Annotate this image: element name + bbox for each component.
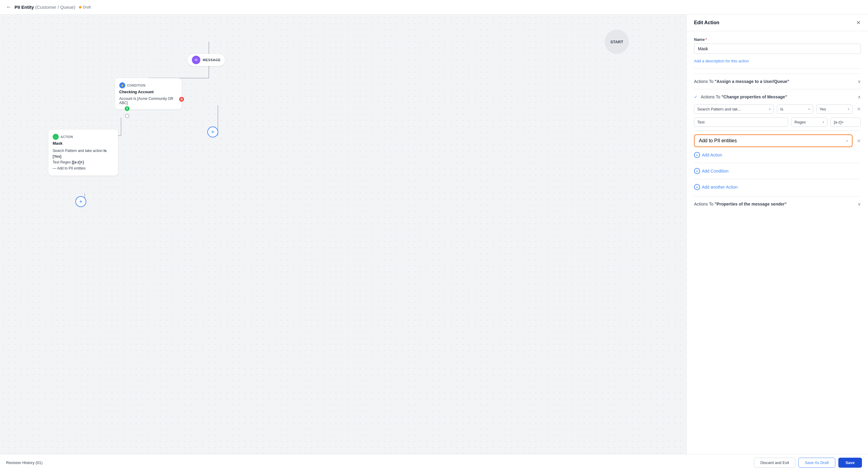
- field-search-pattern[interactable]: Search Pattern and tak... ▾: [694, 104, 774, 114]
- svg-point-9: [125, 114, 129, 118]
- condition-icon: ⚡: [119, 82, 125, 88]
- section-change-header[interactable]: ✓ Actions To "Change properties of Messa…: [694, 89, 861, 104]
- save-button[interactable]: Save: [838, 458, 862, 468]
- name-label: Name*: [694, 37, 861, 42]
- pii-row-close-button[interactable]: ✕: [857, 138, 861, 144]
- regex-value-input[interactable]: [831, 118, 861, 127]
- field-regex[interactable]: Regex ▾: [791, 118, 828, 127]
- panel-title: Edit Action: [694, 20, 719, 25]
- panel-header: Edit Action ✕: [687, 14, 868, 31]
- condition-node[interactable]: ⚡ CONDITION Checking Account Account Is …: [115, 78, 182, 109]
- pii-entities-dropdown[interactable]: Add to PII entities ▾: [694, 134, 852, 147]
- field-is[interactable]: Is ▾: [777, 104, 813, 114]
- chevron-down-icon: ▾: [769, 107, 771, 111]
- no-badge: N: [179, 96, 185, 102]
- action-body: Search Pattern and take action Is [Yes] …: [53, 148, 114, 171]
- chevron-down-icon: ▾: [848, 107, 849, 111]
- section-change-properties: ✓ Actions To "Change properties of Messa…: [694, 89, 861, 196]
- discard-exit-button[interactable]: Discard and Exit: [754, 458, 795, 468]
- field-text[interactable]: Text: [694, 118, 788, 127]
- save-draft-button[interactable]: Save As Draft: [798, 458, 835, 468]
- add-action-below[interactable]: +: [75, 196, 86, 207]
- app-header: ← PII Entity (Customer / Queue) Draft: [0, 0, 868, 14]
- action-title: Mask: [53, 141, 114, 146]
- plus-icon: +: [694, 184, 700, 190]
- add-description-link[interactable]: Add a description for this action: [694, 59, 749, 63]
- condition-title: Checking Account: [119, 90, 177, 94]
- add-action-button[interactable]: + Add Action: [694, 151, 861, 159]
- chevron-down-icon: ▾: [823, 121, 824, 124]
- name-input[interactable]: [694, 43, 861, 54]
- check-icon: ✓: [694, 94, 698, 99]
- right-panel: Edit Action ✕ Name* Add a description fo…: [686, 14, 868, 454]
- status-badge: Draft: [79, 5, 91, 9]
- row1-close-button[interactable]: ✕: [857, 106, 861, 112]
- section-sender-properties: Actions To "Properties of the message se…: [694, 196, 861, 212]
- yes-badge: Y: [124, 106, 130, 112]
- bottom-bar: Revision History (01) Discard and Exit S…: [0, 454, 868, 471]
- bottom-actions: Discard and Exit Save As Draft Save: [754, 458, 862, 468]
- main-layout: START ✉ MESSAGE ⚡ CONDITION Checking Acc…: [0, 14, 868, 454]
- plus-icon: +: [694, 168, 700, 174]
- condition-row-1: Search Pattern and tak... ▾ Is ▾ Yes ▾: [694, 104, 861, 114]
- close-button[interactable]: ✕: [856, 20, 861, 26]
- section-change-content: Search Pattern and tak... ▾ Is ▾ Yes ▾: [694, 104, 861, 196]
- flow-connectors: [0, 14, 686, 454]
- chevron-down-icon: ▾: [846, 139, 848, 143]
- plus-icon: +: [694, 152, 700, 158]
- message-label: MESSAGE: [203, 58, 221, 62]
- chevron-down-icon: ▾: [808, 107, 810, 111]
- section-sender-header[interactable]: Actions To "Properties of the message se…: [694, 196, 861, 212]
- app-container: ← PII Entity (Customer / Queue) Draft: [0, 0, 868, 471]
- page-title: PII Entity (Customer / Queue): [14, 4, 75, 10]
- back-button[interactable]: ←: [6, 4, 11, 10]
- start-node: START: [605, 30, 629, 54]
- status-dot: [79, 6, 82, 8]
- pii-action-row: Add to PII entities ▾ ✕: [694, 134, 861, 147]
- add-branch-right[interactable]: +: [207, 127, 218, 137]
- action-icon: →: [53, 134, 59, 140]
- message-node[interactable]: ✉ MESSAGE: [188, 54, 225, 66]
- message-icon: ✉: [192, 56, 200, 64]
- add-another-action-button[interactable]: + Add another Action: [694, 183, 861, 191]
- section-assign-header[interactable]: Actions To "Assign a message to a User/Q…: [694, 74, 861, 89]
- condition-body: Account Is [Acme Community OR ABC]: [119, 97, 177, 105]
- condition-row-2: Text Regex ▾: [694, 118, 861, 127]
- action-node[interactable]: → ACTION Mask Search Pattern and take ac…: [49, 130, 118, 176]
- revision-history[interactable]: Revision History (01): [6, 461, 43, 465]
- chevron-down-icon: ∨: [858, 201, 861, 207]
- field-yes[interactable]: Yes ▾: [816, 104, 852, 114]
- panel-body: Name* Add a description for this action …: [687, 31, 868, 454]
- chevron-up-icon: ∧: [858, 94, 861, 99]
- add-condition-button[interactable]: + Add Condition: [694, 167, 861, 175]
- flow-canvas[interactable]: START ✉ MESSAGE ⚡ CONDITION Checking Acc…: [0, 14, 686, 454]
- section-assign-message: Actions To "Assign a message to a User/Q…: [694, 73, 861, 89]
- chevron-down-icon: ∨: [858, 79, 861, 84]
